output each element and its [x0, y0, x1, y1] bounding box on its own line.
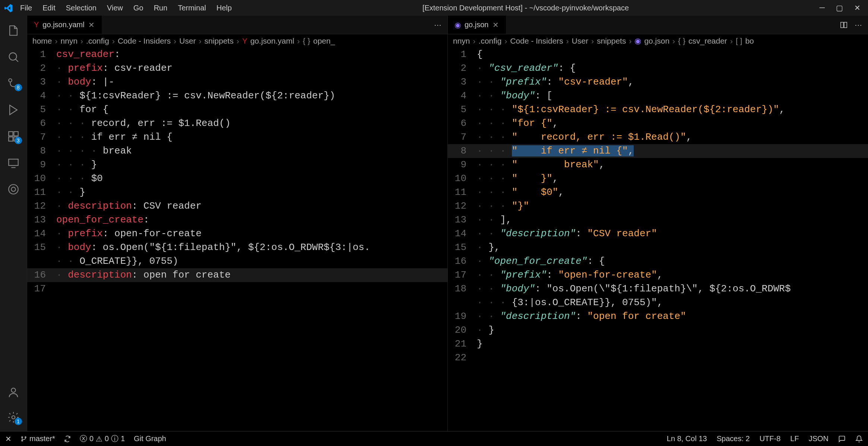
crumb[interactable]: home	[32, 37, 52, 45]
problems[interactable]: ⓧ0 ⚠0 ⓘ1	[80, 434, 125, 444]
close-icon[interactable]: ✕	[854, 3, 861, 12]
menu-help[interactable]: Help	[216, 4, 232, 12]
code-line[interactable]: 16· description: open for create	[27, 268, 447, 282]
code-line[interactable]: 8· · · " if err ≠ nil {",	[448, 144, 868, 158]
indentation[interactable]: Spaces: 2	[717, 434, 750, 443]
remote-indicator[interactable]: ✕	[5, 434, 12, 443]
settings-icon[interactable]: 1	[7, 409, 20, 424]
code-line[interactable]: 4· · ${1:csvReader} := csv.NewReader(${2…	[27, 89, 447, 103]
menu-view[interactable]: View	[107, 4, 123, 12]
code-line[interactable]: 1csv_reader:	[27, 48, 447, 61]
crumb[interactable]: bo	[745, 37, 754, 45]
git-branch[interactable]: master*	[20, 434, 55, 443]
tab-close-icon[interactable]: ✕	[88, 20, 95, 29]
account-icon[interactable]	[7, 384, 20, 399]
feedback-icon[interactable]	[838, 435, 846, 443]
extensions-icon[interactable]: 3	[7, 128, 20, 143]
code-line[interactable]: · · · {3:|os.O_CREATE}}, 0755)",	[448, 296, 868, 310]
notifications-icon[interactable]	[855, 435, 863, 443]
code-line[interactable]: 12· description: CSV reader	[27, 199, 447, 213]
source-control-icon[interactable]: 8	[7, 75, 20, 90]
split-editor-icon[interactable]	[840, 20, 848, 29]
code-line[interactable]: 13· · ],	[448, 213, 868, 227]
menu-selection[interactable]: Selection	[66, 4, 96, 12]
menu-run[interactable]: Run	[154, 4, 168, 12]
crumb[interactable]: User	[572, 37, 588, 45]
crumb[interactable]: .config	[479, 37, 502, 45]
tab-close-icon[interactable]: ✕	[492, 20, 499, 29]
encoding[interactable]: UTF-8	[760, 434, 781, 443]
code-line[interactable]: · · O_CREATE}}, 0755)	[27, 254, 447, 268]
crumb[interactable]: nnyn	[453, 37, 470, 45]
editor-left[interactable]: 1csv_reader:2· prefix: csv-reader3· body…	[27, 48, 447, 431]
code-line[interactable]: 3· body: |-	[27, 75, 447, 89]
minimize-icon[interactable]: ─	[820, 3, 825, 12]
code-line[interactable]: 1{	[448, 48, 868, 61]
tab-go-json[interactable]: ◉ go.json ✕	[448, 16, 506, 34]
menu-terminal[interactable]: Terminal	[178, 4, 206, 12]
code-line[interactable]: 12· · · "}"	[448, 199, 868, 213]
code-line[interactable]: 11· · · " $0",	[448, 186, 868, 199]
crumb[interactable]: go.json.yaml	[250, 37, 294, 45]
cursor-position[interactable]: Ln 8, Col 13	[667, 434, 707, 443]
code-line[interactable]: 15· body: os.Open("${1:filepath}", ${2:o…	[27, 241, 447, 254]
git-graph[interactable]: Git Graph	[134, 434, 166, 443]
more-actions-icon[interactable]: ⋯	[434, 20, 441, 29]
code-line[interactable]: 2· "csv_reader": {	[448, 61, 868, 75]
more-actions-icon[interactable]: ⋯	[855, 20, 862, 29]
code-line[interactable]: 11· · }	[27, 186, 447, 199]
editor-right[interactable]: 1{2· "csv_reader": {3· · "prefix": "csv-…	[448, 48, 868, 431]
code-line[interactable]: 17	[27, 282, 447, 296]
breadcrumb-right[interactable]: nnyn› .config› Code - Insiders› User› sn…	[448, 34, 868, 48]
code-line[interactable]: 5· · for {	[27, 103, 447, 117]
code-line[interactable]: 5· · · "${1:csvReader} := csv.NewReader(…	[448, 103, 868, 117]
menu-edit[interactable]: Edit	[42, 4, 55, 12]
code-line[interactable]: 18· · "body": "os.Open(\"${1:filepath}\"…	[448, 282, 868, 296]
code-line[interactable]: 20· }	[448, 323, 868, 337]
run-debug-icon[interactable]	[7, 102, 20, 116]
menu-file[interactable]: File	[20, 4, 32, 12]
code-line[interactable]: 22	[448, 351, 868, 365]
crumb[interactable]: go.json	[644, 37, 669, 45]
code-line[interactable]: 6· · · "for {",	[448, 117, 868, 130]
code-line[interactable]: 2· prefix: csv-reader	[27, 61, 447, 75]
breadcrumb-left[interactable]: home› nnyn› .config› Code - Insiders› Us…	[27, 34, 447, 48]
crumb[interactable]: snippets	[205, 37, 234, 45]
maximize-icon[interactable]: ▢	[836, 3, 843, 12]
target-icon[interactable]	[7, 181, 20, 196]
code-line[interactable]: 13open_for_create:	[27, 213, 447, 227]
code-line[interactable]: 14· prefix: open-for-create	[27, 227, 447, 241]
code-line[interactable]: 6· · · record, err := $1.Read()	[27, 117, 447, 130]
code-line[interactable]: 9· · · " break",	[448, 158, 868, 172]
crumb[interactable]: open_	[313, 37, 335, 45]
code-line[interactable]: 7· · · if err ≠ nil {	[27, 130, 447, 144]
code-line[interactable]: 10· · · $0	[27, 172, 447, 186]
code-line[interactable]: 15· },	[448, 241, 868, 254]
remote-icon[interactable]	[7, 155, 20, 169]
code-line[interactable]: 14· · "description": "CSV reader"	[448, 227, 868, 241]
code-line[interactable]: 4· · "body": [	[448, 89, 868, 103]
menu-go[interactable]: Go	[133, 4, 143, 12]
crumb[interactable]: nnyn	[61, 37, 78, 45]
code-line[interactable]: 21}	[448, 337, 868, 351]
crumb[interactable]: User	[179, 37, 196, 45]
crumb[interactable]: snippets	[597, 37, 626, 45]
code-line[interactable]: 7· · · " record, err := $1.Read()",	[448, 130, 868, 144]
code-line[interactable]: 3· · "prefix": "csv-reader",	[448, 75, 868, 89]
code-line[interactable]: 16· "open_for_create": {	[448, 254, 868, 268]
tab-go-json-yaml[interactable]: Y go.json.yaml ✕	[27, 16, 102, 34]
crumb[interactable]: .config	[86, 37, 109, 45]
code-line[interactable]: 17· · "prefix": "open-for-create",	[448, 268, 868, 282]
explorer-icon[interactable]	[7, 22, 20, 37]
sync-icon[interactable]	[64, 436, 71, 442]
code-line[interactable]: 8· · · · break	[27, 144, 447, 158]
crumb[interactable]: Code - Insiders	[118, 37, 171, 45]
search-icon[interactable]	[7, 49, 20, 63]
language-mode[interactable]: JSON	[809, 434, 829, 443]
crumb[interactable]: csv_reader	[688, 37, 727, 45]
crumb[interactable]: Code - Insiders	[510, 37, 563, 45]
code-line[interactable]: 9· · · }	[27, 158, 447, 172]
eol[interactable]: LF	[790, 434, 799, 443]
code-line[interactable]: 19· · "description": "open for create"	[448, 310, 868, 323]
code-line[interactable]: 10· · · " }",	[448, 172, 868, 186]
